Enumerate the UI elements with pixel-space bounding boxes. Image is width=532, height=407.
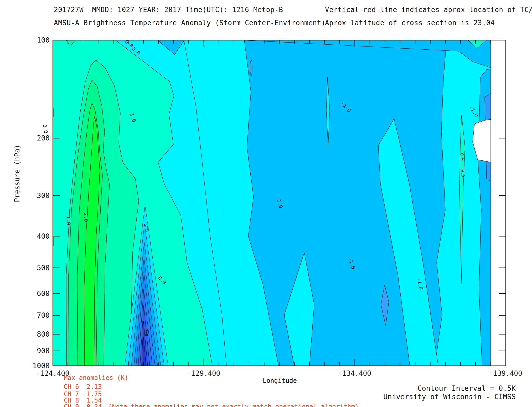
contour-label: 0.0	[42, 124, 49, 134]
max-anomaly-ch9: CH 9 0.34	[64, 403, 102, 407]
y-tick-label: 1000	[33, 362, 50, 370]
amsu-cross-section-page: 201727W MMDD: 1027 YEAR: 2017 Time(UTC):…	[0, 0, 532, 407]
anomaly-disclaimer: (Note these anomalies may not exactly ma…	[108, 403, 359, 407]
contour-label: 2.0	[83, 213, 89, 222]
contour-label: 1.0	[65, 216, 71, 225]
y-tick-label: 300	[37, 191, 50, 200]
contour-plot: 1002003004005006007008009001000-124.400-…	[0, 0, 532, 407]
y-tick-label: 200	[37, 134, 50, 142]
contour-label: 0.0	[460, 169, 466, 177]
x-axis-title: Longitude	[263, 377, 297, 384]
x-tick-label: -134.400	[338, 369, 371, 377]
y-tick-label: 900	[37, 347, 50, 355]
contour-interval-label: Contour Interval = 0.5K	[417, 384, 516, 392]
y-tick-label: 400	[37, 232, 50, 240]
y-tick-label: 700	[37, 311, 50, 319]
credit-label: University of Wisconsin - CIMSS	[383, 393, 516, 401]
x-tick-label: -139.400	[489, 369, 522, 377]
contour-label: 0.0	[459, 153, 465, 161]
x-tick-label: -129.400	[187, 369, 220, 377]
y-tick-label: 800	[37, 330, 50, 338]
y-tick-label: 500	[37, 264, 50, 272]
y-tick-label: 600	[37, 289, 50, 298]
max-anomaly-ch6: CH 6 2.13	[64, 383, 102, 390]
contour-fill-layers	[53, 40, 491, 366]
max-anomalies-title: Max anomalies (K)	[64, 374, 128, 382]
y-tick-label: 100	[37, 36, 50, 44]
contour-label: -3.0	[144, 327, 148, 336]
